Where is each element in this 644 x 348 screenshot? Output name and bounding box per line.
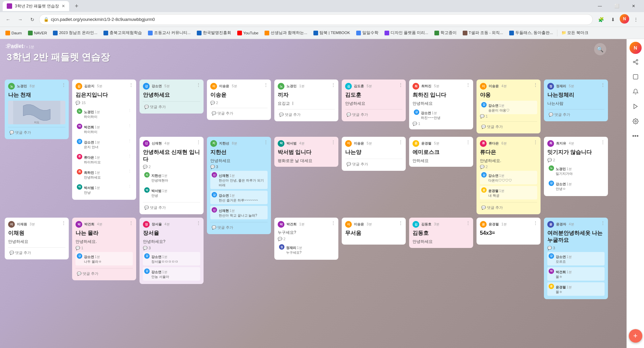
- card-6-menu[interactable]: ⋮: [398, 82, 403, 88]
- comment-menu[interactable]: ⋮: [128, 108, 131, 112]
- user-profile-icon[interactable]: N: [630, 42, 642, 54]
- card-19-menu[interactable]: ⋮: [196, 220, 201, 226]
- download-button[interactable]: ⬇: [608, 14, 618, 25]
- card-13-comment-btn[interactable]: 💬 댓글 추가: [345, 161, 369, 167]
- card-1-comment-btn[interactable]: 💬 댓글 추가: [8, 129, 32, 136]
- card-24-comment-2: 박 박건희1분 몰ㅎ: [547, 267, 605, 281]
- card-8-header: 이 이송윤 4분 ⋮: [480, 83, 537, 90]
- share-icon[interactable]: [629, 55, 642, 69]
- card-15-comment-btn[interactable]: 💬 댓글 추가: [480, 204, 504, 211]
- bookmark-all[interactable]: 📁 모든 북마크: [559, 29, 591, 37]
- settings-icon[interactable]: [629, 115, 642, 128]
- card-18-content: 안녕하세요.: [75, 239, 133, 245]
- user-avatar[interactable]: N: [620, 14, 629, 24]
- bookmark-naver-label: NAVER: [34, 31, 47, 35]
- address-bar[interactable]: 🔒 cjcn.padlet.org/youneckmin1/3-2-8c9uam…: [39, 14, 593, 25]
- bookmark-2023-label: 2023 청남조 온라인...: [59, 30, 97, 35]
- bookmark-chungbuk[interactable]: 충북고외제험학습: [101, 29, 145, 37]
- comment-text: 송윤이 야옹♡: [488, 108, 510, 113]
- card-20-menu[interactable]: ⋮: [331, 220, 336, 226]
- title-bar: 3학년 2반 패들렛 연습장 ✕ + — ⬜ ✕: [0, 0, 644, 12]
- bookmark-math-label: 일일수학: [362, 30, 378, 35]
- card-8-menu[interactable]: ⋮: [533, 82, 538, 88]
- card-1-footer: 💬 댓글 추가: [8, 127, 65, 136]
- close-button[interactable]: ✕: [626, 0, 641, 12]
- minimize-button[interactable]: —: [592, 0, 608, 12]
- card-10-menu[interactable]: ⋮: [196, 139, 201, 145]
- card-13-menu[interactable]: ⋮: [398, 139, 403, 145]
- card-23-header: 윤 윤경렬 1분 ⋮: [480, 221, 537, 228]
- comment-menu[interactable]: ⋮: [128, 124, 131, 127]
- menu-button[interactable]: ⋮: [631, 14, 641, 25]
- notification-icon[interactable]: [629, 85, 642, 98]
- card-20-time: 1분: [299, 222, 305, 227]
- bookmark-youtube-label: YouTube: [243, 31, 258, 35]
- bookmark-invention[interactable]: 한국발명진흥회: [194, 29, 234, 37]
- comment-text: 한선아 학교 끝나고 놀래?: [219, 213, 257, 218]
- back-button[interactable]: ←: [3, 14, 13, 25]
- card-11-comment-btn[interactable]: 💬 댓글 추가: [210, 224, 235, 231]
- bookmark-youtube[interactable]: YouTube: [235, 29, 261, 37]
- bookmark-math[interactable]: 일일수학: [354, 29, 381, 37]
- card-10-comment-btn[interactable]: 💬 댓글 추가: [143, 204, 167, 211]
- card-17-comment-btn[interactable]: 💬 댓글 추가: [8, 250, 32, 256]
- card-9-menu[interactable]: ⋮: [601, 82, 605, 88]
- add-post-button[interactable]: +: [629, 329, 642, 343]
- comment-avatar: 강: [144, 268, 150, 274]
- forward-button[interactable]: →: [15, 14, 26, 25]
- card-3-menu[interactable]: ⋮: [196, 82, 201, 88]
- tab-close-button[interactable]: ✕: [62, 4, 65, 8]
- card-5-comment-btn[interactable]: 💬 댓글 추가: [278, 112, 302, 118]
- bookmark-tselpa[interactable]: T셀파 조동 - 외직...: [460, 29, 506, 37]
- reload-button[interactable]: ↻: [27, 14, 38, 25]
- card-19-header: 장 장서율 4분 ⋮: [143, 221, 200, 228]
- bookmark-doodles[interactable]: 두들래스, 동아출판...: [507, 29, 556, 37]
- card-6-comment-btn[interactable]: 💬 댓글 추가: [345, 112, 369, 118]
- maximize-button[interactable]: ⬜: [609, 0, 624, 12]
- bookmark-2023[interactable]: 2023 청남조 온라인...: [50, 29, 100, 37]
- bookmark-naver[interactable]: NAVER: [25, 29, 50, 37]
- card-18-menu[interactable]: ⋮: [129, 220, 133, 226]
- bookmark-community[interactable]: 조동교사 커뮤니티...: [145, 29, 193, 37]
- browser-tab[interactable]: 3학년 2반 패들렛 연습장 ✕: [3, 1, 69, 11]
- comment-text: 장서율ㅁㅁㅁㅁㅁ: [151, 259, 178, 264]
- card-18-comment-btn[interactable]: 💬 댓글 추가: [75, 271, 100, 277]
- card-5-menu[interactable]: ⋮: [331, 82, 336, 88]
- card-22-menu[interactable]: ⋮: [466, 220, 470, 226]
- search-button[interactable]: 🔍: [594, 43, 606, 55]
- bookmark-tembook[interactable]: 탐북 | TEMBOOK: [311, 29, 353, 37]
- card-15-menu[interactable]: ⋮: [533, 139, 538, 145]
- card-24-menu[interactable]: ⋮: [601, 220, 605, 226]
- card-16-menu[interactable]: ⋮: [601, 139, 605, 145]
- new-tab-button[interactable]: +: [72, 1, 81, 11]
- bookmark-design[interactable]: 디자인 플렛폼 미리...: [382, 29, 431, 37]
- card-3-comment-btn[interactable]: 💬 댓글 추가: [143, 104, 167, 110]
- more-options-icon[interactable]: •••: [629, 129, 642, 143]
- comment-menu[interactable]: ⋮: [128, 139, 131, 143]
- comment-menu[interactable]: ⋮: [128, 184, 131, 188]
- bookmark-daum[interactable]: Daum: [3, 29, 25, 37]
- comment-menu[interactable]: ⋮: [128, 154, 131, 158]
- card-21-menu[interactable]: ⋮: [398, 220, 403, 226]
- card-7-comment-1: 강 강소연1분 하진~~~안녕: [412, 108, 470, 122]
- comment-avatar: 정: [279, 244, 284, 250]
- card-11-menu[interactable]: ⋮: [264, 139, 268, 145]
- expand-icon[interactable]: [629, 70, 642, 84]
- card-4-menu[interactable]: ⋮: [264, 82, 268, 88]
- card-12-menu[interactable]: ⋮: [331, 139, 336, 145]
- card-8-comment-btn[interactable]: 💬 댓글 추가: [480, 124, 504, 130]
- card-7-menu[interactable]: ⋮: [466, 82, 470, 88]
- card-1-menu[interactable]: ⋮: [61, 82, 66, 88]
- bookmark-teacher[interactable]: 선생님과 함께하는...: [262, 29, 310, 37]
- card-9-comment-btn[interactable]: 💬 댓글 추가: [547, 112, 572, 118]
- card-17-menu[interactable]: ⋮: [61, 220, 66, 226]
- comment-menu[interactable]: ⋮: [128, 169, 131, 173]
- card-2-menu[interactable]: ⋮: [129, 82, 133, 88]
- extensions-button[interactable]: 🧩: [595, 14, 606, 25]
- card-14-menu[interactable]: ⋮: [466, 139, 470, 145]
- card-23-menu[interactable]: ⋮: [533, 220, 538, 226]
- comment-author: 노경민: [84, 110, 94, 114]
- play-icon[interactable]: [629, 100, 642, 113]
- card-4-comment-btn[interactable]: 💬 댓글 추가: [210, 110, 235, 117]
- bookmark-school[interactable]: 학고종이: [432, 29, 459, 37]
